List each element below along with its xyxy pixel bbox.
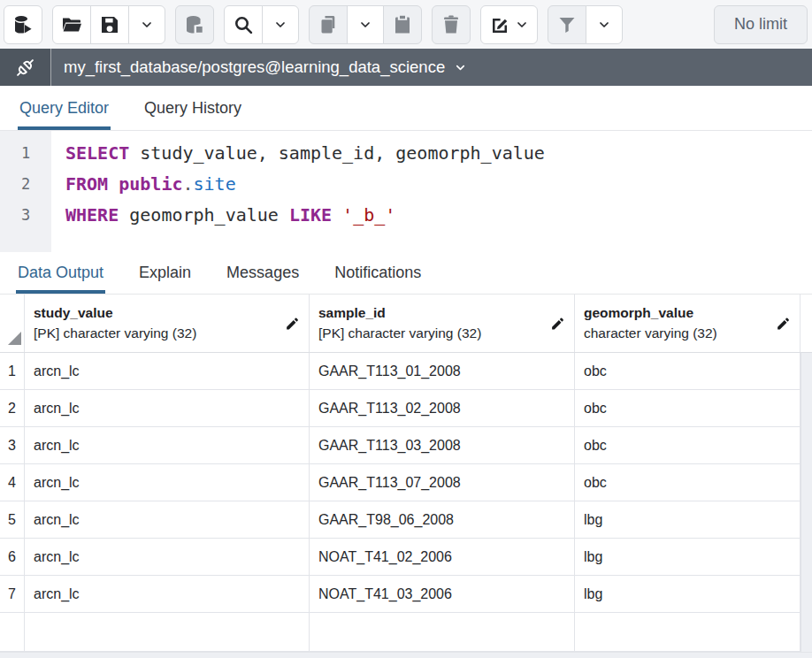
empty-cell: [575, 613, 801, 652]
column-name: geomorph_value: [584, 302, 770, 323]
toolbar-button-group: [480, 5, 538, 44]
chevron-down-icon: [140, 18, 154, 32]
cell-study_value[interactable]: arcn_lc: [25, 576, 310, 613]
code-line: WHERE geomorph_value LIKE '_b_': [65, 200, 812, 231]
cell-geomorph_value[interactable]: lbg: [575, 539, 801, 576]
table-row: 6arcn_lcNOAT_T41_02_2006lbg: [0, 539, 812, 576]
tab-query-history-label: Query History: [144, 99, 241, 118]
save-icon: [99, 14, 120, 35]
data-grid: study_value[PK] character varying (32)sa…: [0, 295, 812, 652]
empty-cell: [310, 613, 575, 652]
chevron-down-icon: [454, 61, 467, 74]
column-header-study_value[interactable]: study_value[PK] character varying (32): [25, 295, 310, 352]
chevron-down-icon: [273, 18, 287, 32]
copy-button[interactable]: [309, 5, 348, 44]
edit-icon: [489, 14, 510, 35]
sql-token-plain: [332, 204, 342, 226]
cell-study_value[interactable]: arcn_lc: [25, 464, 310, 501]
column-name: sample_id: [318, 302, 544, 323]
delete-button[interactable]: [432, 5, 471, 44]
open-file-button[interactable]: [52, 5, 91, 44]
sql-editor[interactable]: 123 SELECT study_value, sample_id, geomo…: [0, 131, 812, 252]
tab-messages[interactable]: Messages: [225, 252, 301, 294]
toolbar-button-group: [175, 5, 214, 44]
cell-sample_id[interactable]: GAAR_T113_07_2008: [310, 464, 575, 501]
row-number[interactable]: 4: [0, 464, 25, 501]
row-limit-label: No limit: [734, 15, 787, 34]
tab-query-editor[interactable]: Query Editor: [18, 86, 111, 130]
row-number[interactable]: 7: [0, 576, 25, 613]
toolbar: No limit: [0, 0, 812, 49]
cell-geomorph_value[interactable]: obc: [575, 390, 801, 427]
cell-study_value[interactable]: arcn_lc: [25, 539, 310, 576]
editor-tabs: Query EditorQuery History: [0, 86, 812, 131]
tab-query-history[interactable]: Query History: [142, 86, 243, 130]
toolbar-button-group: [4, 5, 42, 44]
cell-study_value[interactable]: arcn_lc: [25, 501, 310, 539]
query-tool-icon: [12, 14, 34, 35]
tab-query-editor-label: Query Editor: [19, 99, 109, 118]
edit-button[interactable]: [480, 5, 538, 44]
column-header-sample_id[interactable]: sample_id[PK] character varying (32): [310, 295, 575, 352]
column-header-geomorph_value[interactable]: geomorph_valuecharacter varying (32): [575, 295, 801, 352]
column-type: [PK] character varying (32): [318, 323, 544, 343]
cell-geomorph_value[interactable]: obc: [575, 427, 801, 464]
row-number[interactable]: 2: [0, 390, 25, 427]
table-row: 5arcn_lcGAAR_T98_06_2008lbg: [0, 501, 812, 539]
connection-dropdown[interactable]: my_first_database/postgres@learning_data…: [51, 49, 479, 86]
pencil-icon: [776, 316, 791, 331]
filter-options-caret[interactable]: [586, 5, 623, 44]
cell-sample_id[interactable]: GAAR_T113_01_2008: [310, 353, 575, 390]
tab-notifications[interactable]: Notifications: [333, 252, 423, 294]
vertical-scrollbar[interactable]: [801, 353, 812, 652]
save-file-button[interactable]: [90, 5, 129, 44]
cell-sample_id[interactable]: GAAR_T98_06_2008: [310, 501, 575, 539]
cell-sample_id[interactable]: GAAR_T113_03_2008: [310, 427, 575, 464]
connection-bar: my_first_database/postgres@learning_data…: [0, 49, 812, 86]
table-row: 2arcn_lcGAAR_T113_02_2008obc: [0, 390, 812, 427]
empty-cell: [25, 613, 310, 652]
empty-row: [0, 613, 812, 652]
row-number[interactable]: 5: [0, 501, 25, 539]
cell-study_value[interactable]: arcn_lc: [25, 353, 310, 390]
row-number[interactable]: 1: [0, 353, 25, 390]
query-tool-button[interactable]: [4, 5, 42, 44]
cell-geomorph_value[interactable]: lbg: [575, 501, 801, 539]
save-data-changes-button[interactable]: [175, 5, 214, 44]
save-options-caret[interactable]: [128, 5, 165, 44]
line-number: 3: [0, 200, 51, 231]
toolbar-button-group: [224, 5, 299, 44]
cell-sample_id[interactable]: NOAT_T41_02_2006: [310, 539, 575, 576]
cell-geomorph_value[interactable]: lbg: [575, 576, 801, 613]
find-options-caret[interactable]: [262, 5, 299, 44]
filter-button[interactable]: [548, 5, 586, 44]
select-all-corner[interactable]: [0, 295, 25, 352]
cell-study_value[interactable]: arcn_lc: [25, 390, 310, 427]
cell-geomorph_value[interactable]: obc: [575, 464, 801, 501]
filter-icon: [556, 14, 578, 35]
delete-icon: [440, 14, 462, 35]
select-all-triangle-icon: [8, 332, 21, 345]
code-line: FROM public.site: [65, 169, 812, 200]
editor-code[interactable]: SELECT study_value, sample_id, geomorph_…: [51, 131, 812, 252]
pencil-icon: [285, 316, 300, 331]
paste-button[interactable]: [383, 5, 422, 44]
cell-geomorph_value[interactable]: obc: [575, 353, 801, 390]
horizontal-scrollbar[interactable]: [0, 652, 812, 658]
cell-study_value[interactable]: arcn_lc: [25, 427, 310, 464]
sql-token-keyword: LIKE: [289, 204, 332, 226]
folder-open-icon: [61, 14, 82, 35]
tab-explain[interactable]: Explain: [137, 252, 193, 294]
sql-token-string: '_b_': [342, 204, 395, 226]
cell-sample_id[interactable]: GAAR_T113_02_2008: [310, 390, 575, 427]
row-number[interactable]: 3: [0, 427, 25, 464]
row-limit-select[interactable]: No limit: [714, 5, 808, 44]
paste-icon: [392, 14, 413, 35]
copy-options-caret[interactable]: [347, 5, 384, 44]
sql-token-plain: [108, 173, 119, 195]
line-number: 1: [0, 138, 51, 169]
cell-sample_id[interactable]: NOAT_T41_03_2006: [310, 576, 575, 613]
row-number[interactable]: 6: [0, 539, 25, 576]
tab-data-output[interactable]: Data Output: [16, 252, 105, 294]
find-button[interactable]: [224, 5, 263, 44]
